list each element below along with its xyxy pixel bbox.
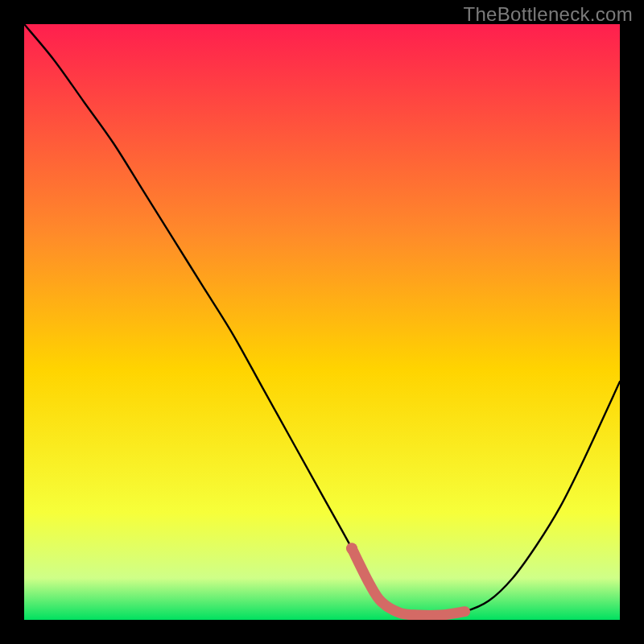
watermark-text: TheBottleneck.com — [463, 3, 633, 26]
highlight-dot — [346, 543, 357, 554]
plot-area — [24, 24, 620, 620]
chart-stage: TheBottleneck.com — [0, 0, 644, 644]
gradient-background — [24, 24, 620, 620]
chart-svg — [24, 24, 620, 620]
